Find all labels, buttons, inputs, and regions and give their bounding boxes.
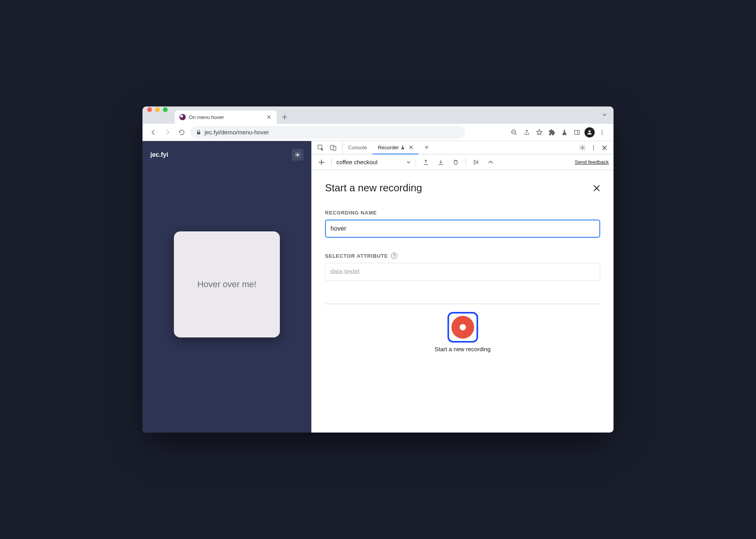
share-icon[interactable]: [521, 126, 533, 138]
delete-icon[interactable]: [451, 157, 461, 167]
svg-point-3: [602, 132, 603, 133]
lock-icon: [196, 130, 201, 135]
more-tabs-button[interactable]: [418, 141, 435, 154]
svg-rect-8: [333, 147, 336, 150]
hover-card[interactable]: Hover over me!: [174, 231, 280, 337]
svg-point-9: [582, 147, 584, 148]
start-recording-label: Start a new recording: [435, 346, 491, 352]
side-panel-icon[interactable]: [571, 126, 583, 138]
recording-dropdown[interactable]: coffee checkout: [336, 159, 411, 165]
tab-strip: On menu hover: [142, 106, 614, 124]
new-recording-icon[interactable]: [316, 157, 327, 167]
flask-icon: [400, 145, 405, 150]
import-icon[interactable]: [436, 157, 446, 167]
export-icon[interactable]: [421, 157, 431, 167]
tab-recorder[interactable]: Recorder: [373, 141, 418, 154]
address-bar[interactable]: jec.fyi/demo/menu-hover: [190, 126, 465, 139]
devtools-tab-bar: Console Recorder: [312, 141, 614, 154]
svg-point-10: [593, 145, 594, 147]
browser-tab[interactable]: On menu hover: [175, 110, 277, 124]
browser-window: On menu hover: [142, 106, 614, 433]
window-close-button[interactable]: [147, 107, 152, 112]
start-recording-button[interactable]: [447, 312, 478, 343]
form-title: Start a new recording: [325, 182, 422, 194]
recording-name-label: RECORDING NAME: [325, 210, 600, 216]
svg-point-11: [593, 147, 594, 148]
toolbar: jec.fyi/demo/menu-hover: [142, 124, 614, 141]
site-logo-text[interactable]: jec.fyi: [150, 151, 168, 158]
svg-point-5: [296, 154, 298, 156]
chevron-down-icon: [406, 160, 411, 165]
devtools-menu-icon[interactable]: [588, 143, 599, 153]
svg-point-2: [602, 130, 603, 131]
recording-name-input[interactable]: [325, 220, 600, 238]
devtools-settings-icon[interactable]: [577, 143, 588, 153]
page-viewport: jec.fyi Hover over me!: [142, 141, 311, 433]
tab-favicon: [179, 114, 186, 120]
replay-icon[interactable]: [471, 157, 481, 167]
recorder-toolbar: coffee checkout: [312, 154, 614, 170]
help-icon[interactable]: ?: [391, 253, 397, 259]
device-toolbar-icon[interactable]: [328, 143, 338, 153]
theme-toggle-button[interactable]: [292, 149, 303, 161]
new-tab-button[interactable]: [279, 112, 290, 123]
bookmark-star-icon[interactable]: [533, 126, 545, 138]
window-fullscreen-button[interactable]: [163, 107, 168, 112]
start-recording-footer: Start a new recording: [325, 304, 600, 361]
back-button[interactable]: [148, 127, 159, 138]
form-close-button[interactable]: [593, 185, 600, 192]
profile-avatar[interactable]: [584, 126, 595, 138]
devtools-panel: Console Recorder: [311, 141, 614, 433]
window-controls: [147, 106, 168, 118]
close-icon[interactable]: [409, 145, 413, 149]
extensions-icon[interactable]: [546, 126, 558, 138]
hover-card-text: Hover over me!: [197, 279, 256, 290]
send-feedback-link[interactable]: Send feedback: [575, 159, 609, 165]
labs-flask-icon[interactable]: [559, 126, 570, 138]
devtools-close-icon[interactable]: [599, 143, 610, 153]
selector-attribute-label: SELECTOR ATTRIBUTE ?: [325, 253, 600, 259]
url-text: jec.fyi/demo/menu-hover: [205, 129, 269, 136]
forward-button[interactable]: [162, 127, 173, 138]
chrome-menu-button[interactable]: [596, 126, 608, 138]
window-minimize-button[interactable]: [155, 107, 160, 112]
svg-rect-1: [575, 130, 579, 134]
tabs-menu-button[interactable]: [602, 112, 607, 117]
record-icon: [451, 316, 474, 339]
inspect-element-icon[interactable]: [316, 143, 326, 153]
tab-title: On menu hover: [189, 114, 224, 120]
replay-speed-icon[interactable]: [486, 157, 496, 167]
tab-close-button[interactable]: [266, 114, 272, 120]
tab-console[interactable]: Console: [343, 141, 373, 154]
svg-point-4: [602, 134, 603, 135]
svg-point-12: [593, 149, 594, 150]
zoom-out-icon[interactable]: [508, 126, 520, 138]
reload-button[interactable]: [176, 127, 187, 138]
selector-attribute-input[interactable]: [325, 263, 600, 281]
